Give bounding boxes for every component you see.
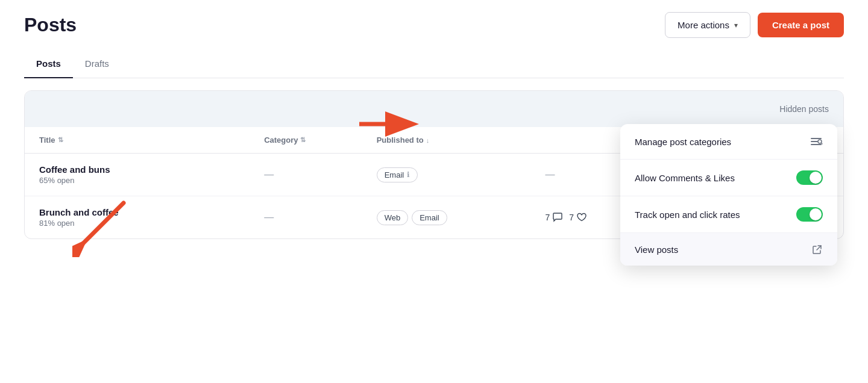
filter-bar-right: Hidden posts: [779, 104, 829, 114]
dropdown-item-manage-categories[interactable]: Manage post categories: [620, 124, 837, 160]
sort-icon-title: ⇅: [58, 136, 63, 144]
allow-comments-label: Allow Comments & Likes: [635, 173, 735, 183]
row1-subtitle: 65% open: [39, 176, 264, 185]
comments-count: 7: [546, 212, 564, 223]
likes-count: 7: [569, 212, 587, 223]
svg-rect-4: [811, 144, 822, 145]
sort-icon-category: ⇅: [300, 136, 306, 144]
row1-title-cell: Coffee and buns 65% open: [39, 164, 264, 185]
arrow-right-annotation: [359, 109, 420, 139]
sort-icon-published: ↓: [426, 137, 430, 144]
external-link-icon: [812, 244, 823, 255]
manage-categories-label: Manage post categories: [635, 137, 731, 147]
page-header: Posts More actions ▾ Create a post: [0, 0, 868, 50]
tab-drafts[interactable]: Drafts: [73, 50, 121, 78]
info-icon: ℹ: [407, 170, 410, 179]
more-actions-button[interactable]: More actions ▾: [665, 12, 750, 38]
header-actions: More actions ▾ Create a post: [665, 12, 844, 38]
badge-web: Web: [377, 210, 409, 225]
view-posts-label: View posts: [635, 244, 678, 255]
dropdown-item-track-rates[interactable]: Track open and click rates: [620, 196, 837, 233]
svg-rect-2: [811, 138, 822, 139]
chevron-down-icon: ▾: [734, 21, 738, 30]
badge-email: Email ℹ: [377, 167, 418, 182]
main-content: Posts Drafts Hidden posts: [0, 50, 868, 239]
dropdown-item-view-posts[interactable]: View posts: [620, 233, 837, 266]
comment-icon: [552, 212, 563, 223]
dropdown-menu: Manage post categories Allow Comments &: [620, 124, 837, 266]
allow-comments-toggle[interactable]: [796, 170, 823, 185]
col-title[interactable]: Title ⇅: [39, 135, 264, 145]
track-rates-toggle[interactable]: [796, 207, 823, 222]
svg-rect-3: [811, 141, 818, 142]
hidden-posts-text: Hidden posts: [779, 104, 829, 114]
row2-published: Web Email: [377, 210, 546, 225]
row1-category: —: [264, 169, 377, 180]
row1-published: Email ℹ: [377, 167, 546, 182]
filter-bar: Hidden posts Manage post categories: [25, 91, 843, 127]
posts-panel: Hidden posts Manage post categories: [24, 90, 844, 239]
dropdown-item-allow-comments[interactable]: Allow Comments & Likes: [620, 160, 837, 196]
badge-email-2: Email: [412, 210, 447, 225]
page-title: Posts: [24, 14, 77, 36]
more-actions-label: More actions: [678, 20, 729, 30]
create-post-button[interactable]: Create a post: [758, 13, 844, 37]
svg-line-6: [822, 143, 823, 145]
tab-posts[interactable]: Posts: [24, 50, 73, 78]
svg-line-8: [81, 203, 124, 245]
row2-category: —: [264, 212, 377, 223]
heart-icon: [576, 212, 587, 223]
row1-title: Coffee and buns: [39, 164, 264, 175]
track-rates-label: Track open and click rates: [635, 210, 740, 220]
tabs-bar: Posts Drafts: [24, 50, 844, 78]
arrow-bottom-left-annotation: [72, 197, 133, 257]
categories-icon: [810, 135, 823, 148]
